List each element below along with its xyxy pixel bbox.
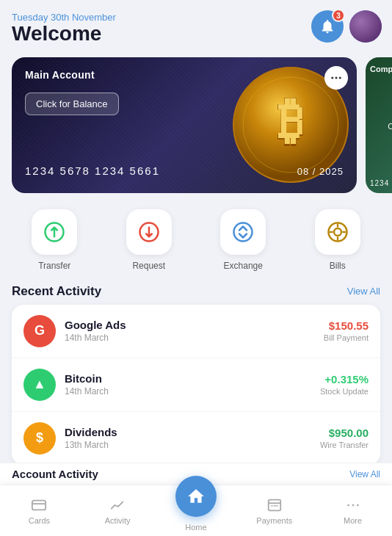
main-card[interactable]: ₿ ₿ Main Account Click for Balance 1234 … xyxy=(12,57,357,193)
svg-point-16 xyxy=(357,504,359,506)
nav-payments-label: Payments xyxy=(256,516,292,525)
bell-icon xyxy=(319,18,335,35)
svg-rect-12 xyxy=(32,500,46,510)
activity-type-dividends: Wire Transfer xyxy=(320,441,369,449)
recent-activity-view-all[interactable]: View All xyxy=(347,286,380,297)
second-card[interactable]: Comp Click 1234 xyxy=(366,57,392,193)
activity-name-bitcoin: Bitcoin xyxy=(65,372,320,385)
bills-icon-wrap xyxy=(315,209,360,255)
nav-more[interactable]: More xyxy=(313,497,392,525)
more-nav-icon xyxy=(345,497,361,513)
svg-point-11 xyxy=(334,228,341,236)
transfer-action[interactable]: Transfer xyxy=(32,209,77,271)
request-action[interactable]: Request xyxy=(126,209,172,271)
google-ads-icon: G xyxy=(23,315,56,347)
bills-icon xyxy=(327,221,349,243)
card-number: 1234 5678 1234 5661 xyxy=(25,164,160,177)
activity-info-bitcoin: Bitcoin 14th March xyxy=(65,372,320,396)
activity-nav-icon xyxy=(109,497,126,513)
home-nav-icon xyxy=(186,487,206,506)
avatar-image xyxy=(349,10,382,43)
activity-date-bitcoin: 14th March xyxy=(65,386,320,396)
bottom-nav: Cards Activity Home Payments More xyxy=(0,485,392,536)
avatar[interactable] xyxy=(349,10,382,43)
cards-nav-icon xyxy=(31,497,47,513)
second-card-number: 1234 xyxy=(366,179,392,193)
balance-button[interactable]: Click for Balance xyxy=(25,93,119,115)
cards-section: ₿ ₿ Main Account Click for Balance 1234 … xyxy=(0,53,392,198)
notification-badge: 3 xyxy=(332,9,345,22)
second-card-label: Comp xyxy=(366,57,392,73)
activity-info-dividends: Dividends 13th March xyxy=(65,426,320,450)
activity-list: G Google Ads 14th March $150.55 Bill Pay… xyxy=(12,305,380,465)
nav-cards[interactable]: Cards xyxy=(0,497,79,525)
header-icons: 3 xyxy=(311,10,382,43)
home-nav-button[interactable] xyxy=(175,476,217,517)
nav-cards-label: Cards xyxy=(29,516,50,525)
activity-item-google-ads[interactable]: G Google Ads 14th March $150.55 Bill Pay… xyxy=(12,305,380,358)
activity-date-dividends: 13th March xyxy=(65,440,320,450)
activity-value-bitcoin: +0.315% xyxy=(320,373,369,385)
recent-activity-header: Recent Activity View All xyxy=(0,277,392,305)
card-main-label: Main Account xyxy=(25,69,95,81)
dividends-icon: $ xyxy=(23,422,56,454)
activity-type-bitcoin: Stock Update xyxy=(320,387,369,396)
exchange-icon-wrap xyxy=(220,209,266,255)
exchange-action[interactable]: Exchange xyxy=(220,209,266,271)
svg-point-5 xyxy=(335,76,338,79)
request-label: Request xyxy=(132,261,165,271)
activity-type-google-ads: Bill Payment xyxy=(324,333,369,342)
nav-activity[interactable]: Activity xyxy=(79,497,157,525)
svg-rect-13 xyxy=(269,499,281,510)
activity-item-dividends[interactable]: $ Dividends 13th March $950.00 Wire Tran… xyxy=(12,412,380,465)
activity-amount-google-ads: $150.55 Bill Payment xyxy=(324,319,369,342)
activity-name-google-ads: Google Ads xyxy=(65,319,324,331)
nav-home[interactable]: Home xyxy=(157,490,236,532)
transfer-label: Transfer xyxy=(38,261,70,271)
transfer-icon xyxy=(43,221,65,243)
bills-action[interactable]: Bills xyxy=(315,209,360,271)
activity-value-google-ads: $150.55 xyxy=(324,319,369,332)
activity-value-dividends: $950.00 xyxy=(320,427,369,439)
nav-home-label: Home xyxy=(185,523,206,532)
transfer-icon-wrap xyxy=(32,209,77,255)
activity-name-dividends: Dividends xyxy=(65,426,320,438)
recent-activity-title: Recent Activity xyxy=(12,284,101,299)
notification-button[interactable]: 3 xyxy=(311,10,344,43)
svg-point-14 xyxy=(347,504,349,506)
activity-item-bitcoin[interactable]: ▲ Bitcoin 14th March +0.315% Stock Updat… xyxy=(12,358,380,412)
payments-nav-icon xyxy=(266,497,283,513)
activity-info-google-ads: Google Ads 14th March xyxy=(65,319,324,343)
nav-more-label: More xyxy=(344,516,362,525)
svg-text:₿: ₿ xyxy=(278,93,303,148)
nav-activity-label: Activity xyxy=(105,516,131,525)
svg-point-6 xyxy=(339,76,341,79)
svg-point-4 xyxy=(331,76,333,79)
activity-amount-bitcoin: +0.315% Stock Update xyxy=(320,373,369,396)
request-icon-wrap xyxy=(126,209,172,255)
activity-date-google-ads: 14th March xyxy=(65,333,324,343)
bitcoin-icon: ▲ xyxy=(23,369,56,401)
bills-label: Bills xyxy=(330,261,346,271)
activity-amount-dividends: $950.00 Wire Transfer xyxy=(320,427,369,449)
nav-payments[interactable]: Payments xyxy=(235,497,313,525)
request-icon xyxy=(138,221,160,243)
account-activity-view-all[interactable]: View All xyxy=(349,469,380,479)
second-card-click: Click xyxy=(366,122,392,131)
exchange-label: Exchange xyxy=(224,261,263,271)
account-activity-title: Account Activity xyxy=(12,468,98,480)
svg-point-15 xyxy=(352,504,354,506)
actions-section: Transfer Request Exchange xyxy=(0,198,392,277)
exchange-icon xyxy=(232,221,254,243)
card-more-button[interactable] xyxy=(324,66,348,90)
more-dots-icon xyxy=(330,71,343,84)
card-expiry: 08 / 2025 xyxy=(297,166,344,177)
